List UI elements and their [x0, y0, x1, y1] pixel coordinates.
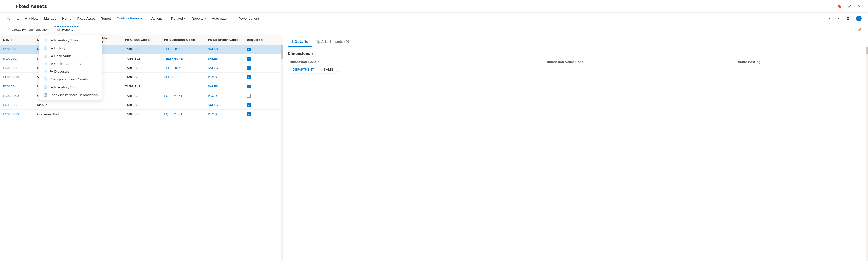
tab-attachments[interactable]: 📎 Attachments (0): [312, 37, 353, 46]
expand-icon: ⤢: [848, 4, 851, 8]
filter-button[interactable]: ▼: [834, 15, 842, 22]
location-link[interactable]: PROD: [208, 75, 217, 79]
col-value-posting[interactable]: Value Posting: [736, 60, 861, 65]
acquired-checkbox[interactable]: [247, 94, 251, 98]
col-header-fa-location-code[interactable]: FA Location Code: [208, 38, 247, 42]
tab-details[interactable]: ℹ Details: [288, 37, 312, 46]
dimension-code-link[interactable]: DEPARTMENT: [293, 68, 314, 71]
dropdown-item-label-6: Changes in Fixed Assets: [50, 77, 88, 81]
actions-button[interactable]: Actions ∨: [149, 15, 168, 22]
col-dimension-value-code[interactable]: Dimension Value Code: [545, 60, 736, 65]
share-button[interactable]: ↗: [825, 15, 833, 22]
acquired-checkbox[interactable]: ✓: [247, 112, 251, 116]
row-no-link[interactable]: FA000050: [3, 112, 19, 116]
user-button[interactable]: 👤: [854, 14, 864, 23]
reports-ribbon-button[interactable]: Reports ∨: [189, 15, 209, 22]
reports-dropdown-button[interactable]: 📊 Reports ∨: [54, 26, 79, 33]
detail-body: Dimensions ∨ Dimension Code ↑ Dimension …: [283, 47, 866, 261]
automate-button[interactable]: Automate ∨: [210, 15, 232, 22]
row-no-link[interactable]: FA000040: [3, 94, 19, 97]
acquired-checkbox[interactable]: ✓: [247, 57, 251, 61]
detail-scroll-container: Dimensions ∨ Dimension Code ↑ Dimension …: [283, 47, 868, 261]
related-button[interactable]: Related ∨: [169, 15, 188, 22]
acquired-checkbox[interactable]: ✓: [247, 47, 251, 52]
location-link[interactable]: SALES: [208, 57, 218, 60]
dropdown-item-changes-in-fixed-assets[interactable]: 📄 Changes in Fixed Assets: [39, 75, 102, 83]
back-button[interactable]: ←: [5, 2, 13, 10]
col-header-fa-class-code[interactable]: FA Class Code: [125, 38, 164, 42]
dropdown-item-fa-capital-additions[interactable]: 📄 FA Capital Additions: [39, 60, 102, 67]
table-row[interactable]: FA00005 Mobile... TANGIBLE SALES ✓: [0, 100, 283, 110]
share-icon: ↗: [827, 17, 830, 21]
create-fa-template-button[interactable]: 📄 Create FA from Template...: [4, 27, 52, 33]
related-chevron: ∨: [184, 17, 186, 20]
dimension-row[interactable]: DEPARTMENT ⋮ SALES: [288, 65, 545, 74]
location-link[interactable]: SALES: [208, 103, 218, 107]
expand-button[interactable]: ⤢: [845, 2, 854, 10]
new-button[interactable]: + + New: [23, 15, 40, 22]
dimensions-section-title[interactable]: Dimensions ∨: [288, 52, 861, 56]
search-ribbon-button[interactable]: 🔍: [4, 15, 13, 22]
subclass-link[interactable]: TELEPHONE: [164, 66, 183, 70]
table-row[interactable]: FA000050 Conveyor Belt TANGIBLE EQUIPMEN…: [0, 110, 283, 119]
dropdown-item-checklist-periodic[interactable]: 🔄 Checklist Periodic Depriciation: [39, 91, 102, 99]
dropdown-item-fa-inventory-sheet-2[interactable]: 📄 FA Inventory Sheet: [39, 83, 102, 91]
tab-manage[interactable]: Manage: [41, 15, 59, 22]
subclass-link[interactable]: TELEPHONE: [164, 47, 183, 51]
dropdown-item-fa-disposals[interactable]: 📄 FA Disposals: [39, 67, 102, 75]
col-dimension-code[interactable]: Dimension Code ↑: [288, 60, 545, 65]
row-no-link[interactable]: FA00005: [3, 103, 17, 107]
col-header-no[interactable]: No. ↑: [3, 38, 37, 42]
location-link[interactable]: SALES: [208, 66, 218, 70]
tab-continia-finance[interactable]: Continia Finance: [114, 15, 145, 22]
location-link[interactable]: SALES: [208, 85, 218, 88]
col-header-acquired[interactable]: Acquired: [247, 38, 271, 42]
bookmark-button[interactable]: 🔖: [836, 2, 844, 10]
dropdown-item-icon-2: 📄: [43, 46, 47, 50]
dropdown-item-icon-3: 📄: [43, 54, 47, 58]
dropdown-item-fa-book-value[interactable]: 📄 FA Book Value: [39, 52, 102, 60]
acquired-checkbox[interactable]: ✓: [247, 103, 251, 107]
pin-button[interactable]: 📌: [855, 27, 864, 33]
location-link[interactable]: SALES: [208, 47, 218, 51]
back-icon: ←: [7, 4, 11, 9]
dropdown-item-icon-4: 📄: [43, 62, 47, 66]
automate-chevron: ∨: [227, 17, 229, 20]
list-view-button[interactable]: ☰: [844, 15, 852, 22]
tab-home[interactable]: Home: [60, 15, 74, 22]
row-dots[interactable]: ⋮: [18, 47, 22, 52]
subclass-link[interactable]: EQUIPMENT: [164, 94, 183, 97]
grid-ribbon-button[interactable]: ⊞: [14, 15, 22, 22]
dropdown-item-label-1: FA Inventory Sheet: [50, 38, 80, 42]
tab-report[interactable]: Report: [98, 15, 114, 22]
close-button[interactable]: ✕: [855, 2, 863, 10]
row-no-link[interactable]: FA00003: [3, 66, 17, 70]
acquired-checkbox[interactable]: ✓: [247, 85, 251, 89]
title-bar: ← Fixed Assets 🔖 ⤢ ✕: [0, 0, 868, 13]
acquired-checkbox[interactable]: ✓: [247, 66, 251, 70]
row-fa-location-code: SALES: [208, 57, 247, 60]
row-no-link[interactable]: FA000030: [3, 75, 19, 79]
fewer-options-button[interactable]: Fewer options: [236, 15, 262, 22]
dropdown-item-fa-history[interactable]: 📄 FA History: [39, 44, 102, 52]
row-no-link[interactable]: FA00001: [3, 47, 17, 51]
col-header-fa-subclass-code[interactable]: FA Subclass Code: [164, 38, 208, 42]
subclass-link[interactable]: VEHICLES: [164, 75, 180, 79]
row-no-link[interactable]: FA00002: [3, 57, 17, 60]
row-fa-class-code: TANGIBLE: [125, 47, 164, 51]
row-no: FA00001 ⋮: [3, 47, 37, 52]
table-scrollbar[interactable]: [281, 45, 283, 261]
row-fa-class-code: TANGIBLE: [125, 66, 164, 70]
dropdown-item-fa-inventory-sheet-1[interactable]: 📄 FA Inventory Sheet: [39, 36, 102, 44]
location-link[interactable]: PROD: [208, 94, 217, 97]
acquired-checkbox[interactable]: ✓: [247, 75, 251, 79]
dimension-row-dots[interactable]: ⋮: [318, 68, 323, 71]
subclass-link[interactable]: TELEPHONE: [164, 57, 183, 60]
row-fa-subclass-code: EQUIPMENT: [164, 112, 208, 116]
subclass-link[interactable]: EQUIPMENT: [164, 112, 183, 116]
tab-fixed-asset[interactable]: Fixed Asset: [74, 15, 97, 22]
row-no-link[interactable]: FA00004: [3, 85, 17, 88]
location-link[interactable]: PROD: [208, 112, 217, 116]
detail-scrollbar[interactable]: [866, 47, 868, 261]
action-bar: 📄 Create FA from Template... 📊 Reports ∨…: [0, 24, 868, 35]
